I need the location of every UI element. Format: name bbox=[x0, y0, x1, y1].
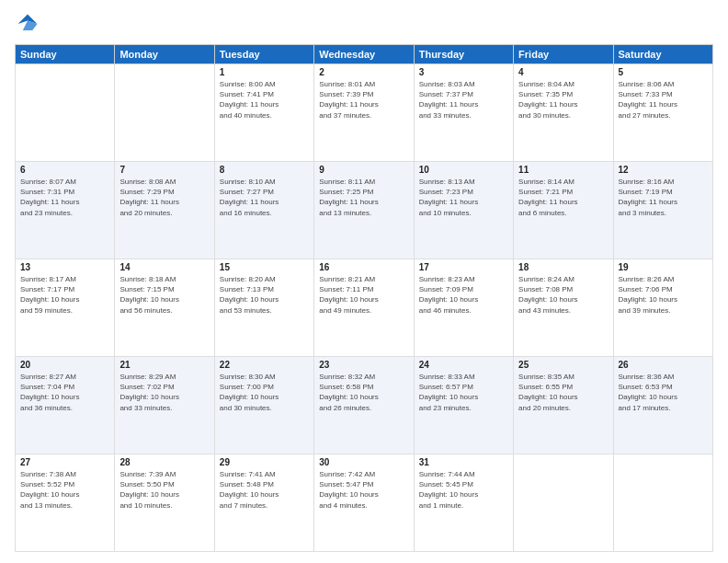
calendar-cell: 17Sunrise: 8:23 AM Sunset: 7:09 PM Dayli… bbox=[414, 259, 513, 357]
day-info: Sunrise: 8:14 AM Sunset: 7:21 PM Dayligh… bbox=[518, 177, 608, 218]
calendar-cell bbox=[613, 454, 712, 552]
day-number: 13 bbox=[20, 262, 109, 272]
calendar-cell: 27Sunrise: 7:38 AM Sunset: 5:52 PM Dayli… bbox=[16, 454, 115, 552]
day-info: Sunrise: 8:00 AM Sunset: 7:41 PM Dayligh… bbox=[220, 79, 309, 121]
day-info: Sunrise: 8:06 AM Sunset: 7:33 PM Dayligh… bbox=[619, 79, 708, 121]
col-monday: Monday bbox=[115, 45, 214, 64]
day-info: Sunrise: 8:16 AM Sunset: 7:19 PM Dayligh… bbox=[619, 177, 708, 218]
calendar-cell: 25Sunrise: 8:35 AM Sunset: 6:55 PM Dayli… bbox=[514, 357, 613, 454]
day-number: 5 bbox=[619, 67, 708, 77]
calendar-week-row: 1Sunrise: 8:00 AM Sunset: 7:41 PM Daylig… bbox=[16, 64, 713, 162]
calendar-cell bbox=[16, 64, 115, 162]
day-number: 11 bbox=[518, 165, 608, 175]
calendar-cell: 4Sunrise: 8:04 AM Sunset: 7:35 PM Daylig… bbox=[514, 64, 613, 162]
col-saturday: Saturday bbox=[613, 45, 712, 64]
day-info: Sunrise: 8:23 AM Sunset: 7:09 PM Dayligh… bbox=[419, 274, 508, 316]
day-info: Sunrise: 8:17 AM Sunset: 7:17 PM Dayligh… bbox=[20, 274, 109, 316]
col-thursday: Thursday bbox=[414, 45, 513, 64]
calendar-cell: 7Sunrise: 8:08 AM Sunset: 7:29 PM Daylig… bbox=[115, 162, 214, 259]
day-info: Sunrise: 8:21 AM Sunset: 7:11 PM Dayligh… bbox=[319, 274, 408, 316]
day-number: 4 bbox=[518, 67, 608, 77]
calendar-cell: 16Sunrise: 8:21 AM Sunset: 7:11 PM Dayli… bbox=[314, 259, 414, 357]
day-info: Sunrise: 7:42 AM Sunset: 5:47 PM Dayligh… bbox=[319, 469, 408, 511]
day-info: Sunrise: 8:07 AM Sunset: 7:31 PM Dayligh… bbox=[20, 177, 109, 218]
day-number: 27 bbox=[20, 457, 109, 467]
calendar-cell: 24Sunrise: 8:33 AM Sunset: 6:57 PM Dayli… bbox=[414, 357, 513, 454]
day-info: Sunrise: 8:29 AM Sunset: 7:02 PM Dayligh… bbox=[119, 372, 209, 413]
calendar-cell: 23Sunrise: 8:32 AM Sunset: 6:58 PM Dayli… bbox=[314, 357, 414, 454]
day-number: 19 bbox=[619, 262, 708, 272]
logo bbox=[15, 11, 44, 37]
day-number: 24 bbox=[419, 360, 508, 370]
day-number: 3 bbox=[419, 67, 508, 77]
day-info: Sunrise: 8:30 AM Sunset: 7:00 PM Dayligh… bbox=[220, 372, 309, 413]
day-number: 6 bbox=[20, 165, 109, 175]
day-info: Sunrise: 8:32 AM Sunset: 6:58 PM Dayligh… bbox=[319, 372, 408, 413]
col-friday: Friday bbox=[514, 45, 613, 64]
calendar-cell: 5Sunrise: 8:06 AM Sunset: 7:33 PM Daylig… bbox=[613, 64, 712, 162]
day-info: Sunrise: 8:04 AM Sunset: 7:35 PM Dayligh… bbox=[518, 79, 608, 121]
calendar-cell: 6Sunrise: 8:07 AM Sunset: 7:31 PM Daylig… bbox=[16, 162, 115, 259]
day-number: 28 bbox=[119, 457, 209, 467]
page: Sunday Monday Tuesday Wednesday Thursday… bbox=[0, 0, 728, 563]
day-number: 9 bbox=[319, 165, 408, 175]
day-number: 23 bbox=[319, 360, 408, 370]
day-number: 18 bbox=[518, 262, 608, 272]
calendar-cell bbox=[115, 64, 214, 162]
day-info: Sunrise: 8:26 AM Sunset: 7:06 PM Dayligh… bbox=[619, 274, 708, 316]
calendar-header-row: Sunday Monday Tuesday Wednesday Thursday… bbox=[16, 45, 713, 64]
day-info: Sunrise: 7:41 AM Sunset: 5:48 PM Dayligh… bbox=[220, 469, 309, 511]
day-number: 10 bbox=[419, 165, 508, 175]
calendar-cell: 13Sunrise: 8:17 AM Sunset: 7:17 PM Dayli… bbox=[16, 259, 115, 357]
calendar-cell: 14Sunrise: 8:18 AM Sunset: 7:15 PM Dayli… bbox=[115, 259, 214, 357]
calendar-cell: 8Sunrise: 8:10 AM Sunset: 7:27 PM Daylig… bbox=[214, 162, 313, 259]
day-number: 25 bbox=[518, 360, 608, 370]
logo-icon bbox=[15, 11, 40, 37]
calendar-cell: 2Sunrise: 8:01 AM Sunset: 7:39 PM Daylig… bbox=[314, 64, 414, 162]
calendar-week-row: 13Sunrise: 8:17 AM Sunset: 7:17 PM Dayli… bbox=[16, 259, 713, 357]
day-number: 26 bbox=[619, 360, 708, 370]
day-info: Sunrise: 8:01 AM Sunset: 7:39 PM Dayligh… bbox=[319, 79, 408, 121]
calendar-cell: 9Sunrise: 8:11 AM Sunset: 7:25 PM Daylig… bbox=[314, 162, 414, 259]
day-info: Sunrise: 8:03 AM Sunset: 7:37 PM Dayligh… bbox=[419, 79, 508, 121]
day-number: 20 bbox=[20, 360, 109, 370]
calendar-cell: 31Sunrise: 7:44 AM Sunset: 5:45 PM Dayli… bbox=[414, 454, 513, 552]
day-info: Sunrise: 8:24 AM Sunset: 7:08 PM Dayligh… bbox=[518, 274, 608, 316]
calendar-cell: 15Sunrise: 8:20 AM Sunset: 7:13 PM Dayli… bbox=[214, 259, 313, 357]
calendar-cell: 28Sunrise: 7:39 AM Sunset: 5:50 PM Dayli… bbox=[115, 454, 214, 552]
calendar-cell bbox=[514, 454, 613, 552]
calendar-cell: 1Sunrise: 8:00 AM Sunset: 7:41 PM Daylig… bbox=[214, 64, 313, 162]
day-number: 16 bbox=[319, 262, 408, 272]
day-number: 2 bbox=[319, 67, 408, 77]
day-number: 14 bbox=[119, 262, 209, 272]
day-number: 15 bbox=[220, 262, 309, 272]
day-number: 29 bbox=[220, 457, 309, 467]
col-wednesday: Wednesday bbox=[314, 45, 414, 64]
day-info: Sunrise: 8:08 AM Sunset: 7:29 PM Dayligh… bbox=[119, 177, 209, 218]
day-number: 8 bbox=[220, 165, 309, 175]
calendar-cell: 30Sunrise: 7:42 AM Sunset: 5:47 PM Dayli… bbox=[314, 454, 414, 552]
calendar-cell: 19Sunrise: 8:26 AM Sunset: 7:06 PM Dayli… bbox=[613, 259, 712, 357]
day-number: 1 bbox=[220, 67, 309, 77]
day-info: Sunrise: 8:10 AM Sunset: 7:27 PM Dayligh… bbox=[220, 177, 309, 218]
col-sunday: Sunday bbox=[16, 45, 115, 64]
day-number: 21 bbox=[119, 360, 209, 370]
calendar-cell: 12Sunrise: 8:16 AM Sunset: 7:19 PM Dayli… bbox=[613, 162, 712, 259]
header bbox=[15, 11, 713, 37]
day-number: 7 bbox=[119, 165, 209, 175]
calendar-cell: 20Sunrise: 8:27 AM Sunset: 7:04 PM Dayli… bbox=[16, 357, 115, 454]
day-number: 30 bbox=[319, 457, 408, 467]
day-info: Sunrise: 8:18 AM Sunset: 7:15 PM Dayligh… bbox=[119, 274, 209, 316]
calendar-cell: 18Sunrise: 8:24 AM Sunset: 7:08 PM Dayli… bbox=[514, 259, 613, 357]
day-info: Sunrise: 7:44 AM Sunset: 5:45 PM Dayligh… bbox=[419, 469, 508, 511]
day-number: 31 bbox=[419, 457, 508, 467]
calendar-cell: 26Sunrise: 8:36 AM Sunset: 6:53 PM Dayli… bbox=[613, 357, 712, 454]
day-info: Sunrise: 8:33 AM Sunset: 6:57 PM Dayligh… bbox=[419, 372, 508, 413]
calendar-cell: 10Sunrise: 8:13 AM Sunset: 7:23 PM Dayli… bbox=[414, 162, 513, 259]
day-info: Sunrise: 8:13 AM Sunset: 7:23 PM Dayligh… bbox=[419, 177, 508, 218]
day-info: Sunrise: 8:27 AM Sunset: 7:04 PM Dayligh… bbox=[20, 372, 109, 413]
calendar-cell: 21Sunrise: 8:29 AM Sunset: 7:02 PM Dayli… bbox=[115, 357, 214, 454]
calendar-table: Sunday Monday Tuesday Wednesday Thursday… bbox=[15, 44, 713, 552]
calendar-week-row: 6Sunrise: 8:07 AM Sunset: 7:31 PM Daylig… bbox=[16, 162, 713, 259]
day-info: Sunrise: 8:11 AM Sunset: 7:25 PM Dayligh… bbox=[319, 177, 408, 218]
